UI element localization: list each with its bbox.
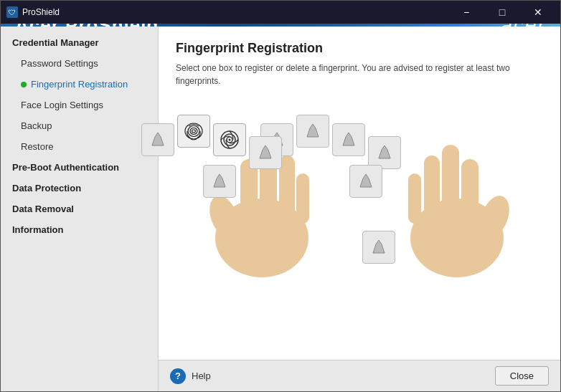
close-button[interactable]: Close	[495, 366, 549, 386]
finger-box-right-index[interactable]	[141, 123, 174, 156]
svg-rect-10	[442, 145, 459, 216]
finger-box-right-ring[interactable]	[213, 123, 246, 156]
sidebar-item-backup[interactable]: Backup	[1, 115, 158, 136]
app-title-main: ProShield	[65, 24, 159, 27]
svg-rect-5	[296, 173, 309, 224]
sidebar-item-password-settings[interactable]: Password Settings	[1, 53, 158, 74]
titlebar-left: 🛡 ProShield	[6, 6, 60, 18]
sidebar-item-face-login-settings[interactable]: Face Login Settings	[1, 95, 158, 115]
active-indicator	[21, 82, 27, 87]
information-label: Information	[12, 224, 64, 235]
svg-point-17	[188, 126, 199, 137]
page-title: Fingerprint Registration	[176, 41, 543, 56]
svg-point-18	[190, 128, 197, 135]
fingerprint-area	[176, 102, 543, 345]
data-protection-label: Data Protection	[12, 183, 81, 193]
titlebar-controls: − □ ✕	[450, 1, 555, 24]
fingerprint-registration-label: Fingerprint Registration	[31, 79, 128, 90]
help-icon: ?	[170, 368, 186, 384]
finger-box-right-middle[interactable]	[177, 115, 210, 148]
minimize-button[interactable]: −	[450, 1, 483, 24]
sidebar-item-data-removal[interactable]: Data Removal	[1, 199, 158, 219]
finger-box-left-thumb[interactable]	[203, 165, 236, 198]
face-login-settings-label: Face Login Settings	[21, 100, 103, 110]
sidebar-item-restore[interactable]: Restore	[1, 136, 158, 157]
fingerprint-icon-registered-full	[183, 120, 204, 142]
sidebar: Credential Manager Password Settings Fin…	[1, 27, 159, 391]
bottom-bar: ? Help Close	[159, 360, 560, 391]
right-hand-svg	[385, 116, 529, 281]
sidebar-item-credential-manager[interactable]: Credential Manager	[1, 32, 158, 53]
svg-rect-8	[408, 173, 421, 224]
titlebar: 🛡 ProShield − □ ✕	[1, 1, 560, 24]
sidebar-item-fingerprint-registration[interactable]: Fingerprint Registration	[1, 74, 158, 95]
finger-box-right-thumb[interactable]	[349, 165, 382, 198]
proshield-icon: 🛡	[6, 6, 18, 18]
content-area: Fingerprint Registration Select one box …	[159, 27, 560, 391]
data-removal-label: Data Removal	[12, 204, 74, 214]
sidebar-item-pre-boot-authentication[interactable]: Pre-Boot Authentication	[1, 157, 158, 178]
finger-icon-right-index	[148, 130, 168, 150]
maximize-button[interactable]: □	[486, 1, 519, 24]
finger-box-right-pinky[interactable]	[249, 136, 282, 169]
finger-icon-left-middle	[303, 121, 323, 141]
sidebar-item-information[interactable]: Information	[1, 219, 158, 240]
right-hand-container	[385, 116, 529, 284]
pre-boot-auth-label: Pre-Boot Authentication	[12, 162, 119, 173]
titlebar-title: ProShield	[22, 7, 60, 17]
main-container: Credential Manager Password Settings Fin…	[1, 27, 560, 391]
finger-icon-right-pinky	[255, 143, 275, 163]
svg-rect-11	[461, 159, 478, 224]
backup-label: Backup	[21, 120, 52, 131]
help-label: Help	[192, 371, 211, 381]
content-body: Fingerprint Registration Select one box …	[159, 27, 560, 360]
svg-point-19	[192, 130, 196, 133]
finger-box-left-middle[interactable]	[296, 115, 329, 148]
fingerprint-icon-registered	[219, 129, 240, 150]
finger-box-left-ring[interactable]	[332, 123, 365, 156]
restore-label: Restore	[21, 141, 54, 152]
content-description: Select one box to register or delete a f…	[176, 62, 543, 87]
password-settings-label: Password Settings	[21, 58, 98, 69]
finger-icon-left-ring	[339, 130, 359, 150]
svg-rect-9	[424, 156, 440, 220]
app-title-prefix: Acer	[15, 24, 65, 27]
app-title: Acer ProShield	[15, 24, 159, 27]
sidebar-item-data-protection[interactable]: Data Protection	[1, 178, 158, 199]
window-close-button[interactable]: ✕	[522, 1, 555, 24]
finger-icon-right-thumb	[356, 171, 376, 191]
help-section[interactable]: ? Help	[170, 368, 211, 384]
header-content-area: Acer ProShield acer Credential Manager P…	[1, 24, 560, 391]
credential-manager-label: Credential Manager	[12, 37, 99, 48]
finger-icon-left-thumb	[209, 171, 230, 191]
app-window: 🛡 ProShield − □ ✕ Acer ProShield acer Cr…	[0, 0, 561, 392]
svg-point-15	[229, 139, 231, 141]
